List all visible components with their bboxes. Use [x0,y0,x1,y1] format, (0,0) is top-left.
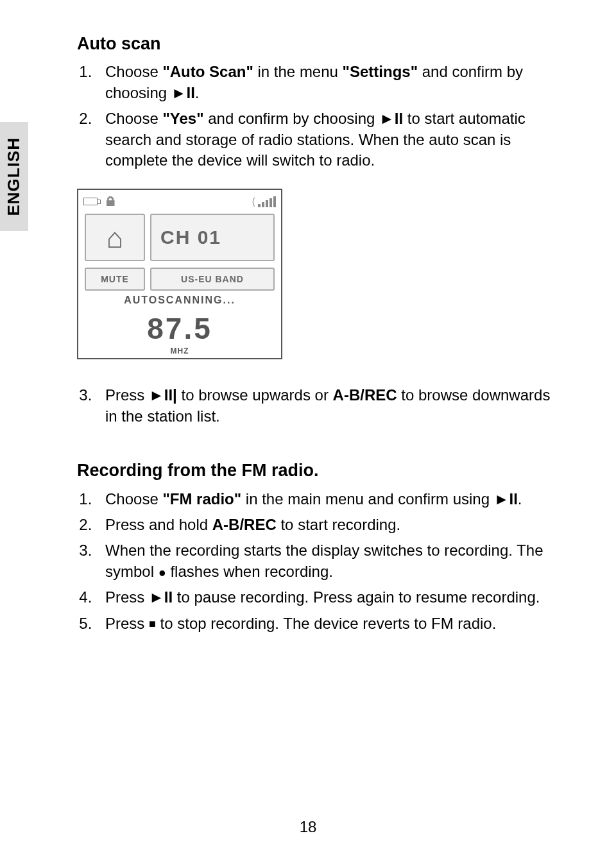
lock-icon: 🔒︎ [104,195,117,208]
device-status-bar: 🔒︎ ⟨ [78,190,281,210]
record-dot-icon: ● [158,565,166,579]
recording-steps: Choose "FM radio" in the main menu and c… [77,489,558,634]
frequency-display: 87.5 MHZ [78,309,281,356]
band-button: US-EU BAND [150,268,275,291]
list-item: Press ►II| to browse upwards or A-B/REC … [96,385,558,427]
page-content: Auto scan Choose "Auto Scan" in the menu… [77,0,558,634]
language-tab-label: ENGLISH [3,137,25,216]
language-tab: ENGLISH [0,122,28,231]
autoscanning-label: AUTOSCANNING... [86,293,273,307]
play-pause-bar-icon: ►II| [149,386,177,404]
usb-icon [83,198,98,205]
frequency-unit: MHZ [78,346,281,356]
recording-heading: Recording from the FM radio. [77,459,558,482]
list-item: Press ►II to pause recording. Press agai… [96,587,558,608]
list-item: Choose "Auto Scan" in the menu "Settings… [96,62,558,103]
play-pause-icon: ►II [494,490,518,508]
signal-icon [258,196,276,207]
play-pause-icon: ►II [379,110,403,127]
chevron-left-icon: ⟨ [252,195,255,209]
list-item: Press ■ to stop recording. The device re… [96,613,558,634]
frequency-value: 87.5 [147,312,212,345]
channel-label: CH 01 [150,214,275,261]
stop-icon: ■ [149,617,156,630]
page-number: 18 [0,817,616,837]
list-item: Press and hold A-B/REC to start recordin… [96,515,558,535]
home-button: ⌂ [85,214,145,261]
list-item: Choose "FM radio" in the main menu and c… [96,489,558,509]
play-pause-icon: ►II [171,84,195,101]
list-item: When the recording starts the display sw… [96,540,558,582]
mute-button: MUTE [85,268,145,291]
device-screenshot: 🔒︎ ⟨ ⌂ CH 01 MUTE US-EU BAND AUTOSCANNIN… [77,189,282,359]
auto-scan-steps-cont: Press ►II| to browse upwards or A-B/REC … [77,385,558,427]
auto-scan-steps: Choose "Auto Scan" in the menu "Settings… [77,62,558,171]
play-pause-icon: ►II [149,588,173,606]
list-item: Choose "Yes" and confirm by choosing ►II… [96,108,558,171]
auto-scan-heading: Auto scan [77,32,558,55]
